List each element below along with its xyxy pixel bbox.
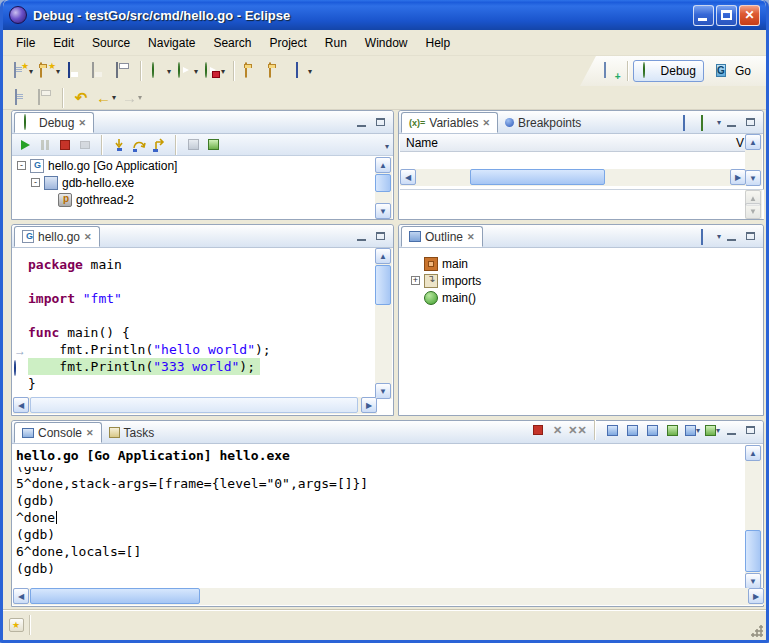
scroll-up-icon[interactable]: ▲: [745, 134, 761, 150]
menu-run[interactable]: Run: [316, 33, 356, 53]
dropdown-icon[interactable]: ▾: [138, 93, 142, 102]
tab-hello-go[interactable]: hello.go ✕: [14, 226, 100, 247]
menu-source[interactable]: Source: [83, 33, 139, 53]
dropdown-icon[interactable]: ▾: [194, 67, 198, 76]
scroll-thumb[interactable]: [375, 265, 391, 305]
toggle-skip-breakpoints-button[interactable]: [9, 88, 33, 108]
open-resource-button[interactable]: [240, 59, 264, 83]
debug-tree-row[interactable]: -hello.go [Go Application]: [13, 157, 375, 174]
close-tab-icon[interactable]: ✕: [84, 232, 92, 242]
tab-debug[interactable]: Debug ✕: [14, 112, 94, 133]
debug-launch-button[interactable]: ▾: [147, 59, 174, 83]
variables-detail-pane[interactable]: [400, 189, 764, 219]
editor-hscroll[interactable]: ◀ ▶: [13, 397, 377, 414]
tab-console[interactable]: Console ✕: [14, 422, 102, 443]
minimize-view-button[interactable]: [354, 229, 370, 244]
dropdown-icon[interactable]: ▾: [56, 67, 60, 76]
terminate-console-button[interactable]: [529, 422, 546, 438]
step-over-button[interactable]: [130, 136, 148, 153]
scroll-thumb[interactable]: [30, 397, 358, 413]
minimize-view-button[interactable]: [724, 115, 740, 130]
dropdown-icon[interactable]: ▾: [221, 67, 225, 76]
tab-outline[interactable]: Outline ✕: [401, 226, 483, 247]
resize-grip[interactable]: [750, 624, 764, 638]
console-hscroll[interactable]: ◀ ▶: [13, 588, 764, 605]
scroll-lock-button[interactable]: [624, 422, 641, 438]
scroll-down-icon[interactable]: ▼: [745, 573, 761, 589]
sort-button[interactable]: [699, 230, 714, 244]
variables-column-header[interactable]: Name V: [400, 134, 746, 152]
scroll-thumb[interactable]: [745, 530, 761, 572]
maximize-view-button[interactable]: [743, 423, 759, 438]
scroll-up-icon[interactable]: ▲: [375, 248, 391, 264]
suspend-button[interactable]: [36, 136, 54, 153]
drop-to-frame-button[interactable]: [184, 136, 202, 153]
minimize-view-button[interactable]: [724, 423, 740, 438]
scroll-down-icon[interactable]: ▼: [745, 170, 761, 186]
open-console-button[interactable]: ▾: [704, 422, 721, 438]
new-project-button[interactable]: ★ ▾: [36, 59, 63, 83]
step-return-button[interactable]: [150, 136, 168, 153]
menu-project[interactable]: Project: [260, 33, 315, 53]
menu-help[interactable]: Help: [417, 33, 460, 53]
console-vscroll[interactable]: ▲ ▼: [745, 445, 762, 589]
remove-all-launches-button[interactable]: ✕✕: [569, 422, 586, 438]
scroll-thumb[interactable]: [375, 174, 391, 192]
scroll-right-icon[interactable]: ▶: [748, 588, 764, 604]
scroll-left-icon[interactable]: ◀: [13, 588, 29, 604]
close-tab-icon[interactable]: ✕: [78, 118, 86, 128]
close-tab-icon[interactable]: ✕: [467, 232, 475, 242]
debug-tree-row[interactable]: -gothread-2: [13, 191, 375, 208]
scroll-left-icon[interactable]: ◀: [400, 169, 416, 185]
disconnect-button[interactable]: [76, 136, 94, 153]
scroll-thumb[interactable]: [30, 588, 200, 604]
scroll-thumb[interactable]: [470, 169, 605, 185]
scroll-right-icon[interactable]: ▶: [730, 169, 746, 185]
menu-navigate[interactable]: Navigate: [139, 33, 204, 53]
minimize-window-button[interactable]: [693, 5, 714, 26]
import-button[interactable]: [264, 59, 288, 83]
outline-tree[interactable]: -main+imports-main(): [407, 255, 757, 405]
editor-vscroll[interactable]: ▲ ▼: [375, 248, 392, 399]
debug-tree[interactable]: -hello.go [Go Application]-gdb-hello.exe…: [13, 157, 375, 219]
code-editor[interactable]: package main import "fmt" func main() { …: [28, 256, 376, 398]
menu-window[interactable]: Window: [356, 33, 417, 53]
expand-icon[interactable]: +: [411, 276, 420, 285]
collapse-icon[interactable]: -: [31, 178, 40, 187]
view-menu-icon[interactable]: ▾: [717, 232, 721, 241]
outline-item[interactable]: +imports: [407, 272, 757, 289]
maximize-view-button[interactable]: [743, 229, 759, 244]
perspective-debug-button[interactable]: Debug: [633, 60, 704, 82]
dropdown-icon[interactable]: ▾: [112, 93, 116, 102]
scroll-down-icon[interactable]: ▼: [745, 203, 761, 219]
tab-breakpoints[interactable]: Breakpoints: [498, 112, 588, 133]
console-output[interactable]: (gdb)5^done,stack-args=[frame={level="0"…: [16, 467, 740, 589]
tab-tasks[interactable]: Tasks: [102, 422, 162, 443]
scroll-down-icon[interactable]: ▼: [375, 203, 391, 219]
outline-item[interactable]: -main(): [407, 289, 757, 306]
close-tab-icon[interactable]: ✕: [482, 118, 490, 128]
menu-search[interactable]: Search: [204, 33, 260, 53]
open-perspective-button[interactable]: [599, 59, 623, 83]
scroll-left-icon[interactable]: ◀: [13, 397, 29, 413]
variables-vscroll[interactable]: ▲ ▼: [745, 134, 762, 186]
dropdown-icon[interactable]: ▾: [167, 67, 171, 76]
close-tab-icon[interactable]: ✕: [86, 428, 94, 438]
view-menu-icon[interactable]: ▾: [717, 118, 721, 127]
scroll-right-icon[interactable]: ▶: [361, 397, 377, 413]
maximize-window-button[interactable]: [716, 5, 737, 26]
fast-view-button[interactable]: ★: [9, 618, 24, 632]
display-console-button[interactable]: ▾: [684, 422, 701, 438]
forward-button[interactable]: → ▾: [119, 88, 145, 108]
scroll-down-icon[interactable]: ▼: [375, 383, 391, 399]
mark-occurrences-button[interactable]: [33, 88, 57, 108]
remove-launch-button[interactable]: ✕: [549, 422, 566, 438]
maximize-view-button[interactable]: [373, 115, 389, 130]
search-button[interactable]: ▾: [288, 59, 315, 83]
scroll-up-icon[interactable]: ▲: [375, 157, 391, 173]
breakpoint-marker-icon[interactable]: →: [14, 344, 26, 358]
scroll-up-icon[interactable]: ▲: [745, 445, 761, 461]
back-button[interactable]: ← ▾: [93, 88, 119, 108]
minimize-view-button[interactable]: [724, 229, 740, 244]
collapse-all-button[interactable]: [681, 116, 696, 130]
